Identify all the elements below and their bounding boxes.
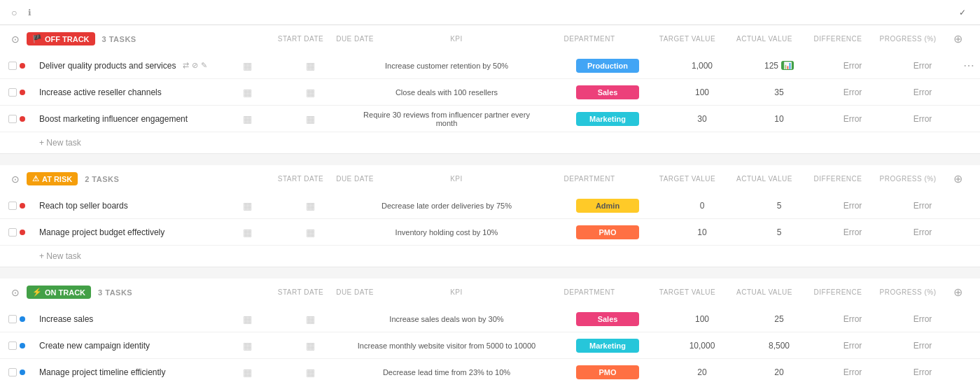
progress-header: PROGRESS (%)	[876, 175, 939, 183]
start-date-cell: ▦	[216, 113, 279, 125]
dept-cell: PMO	[552, 365, 664, 379]
due-date-cell: ▦	[279, 314, 342, 325]
section-badge-off-track: 🏴 OFF TRACK	[27, 32, 95, 45]
kpi-cell: Increase sales deals won by 30%	[342, 312, 552, 326]
row-more-button[interactable]: ⋯	[958, 59, 980, 72]
actual-value-cell: 25	[741, 311, 818, 327]
task-name: Reach top seller boards	[39, 201, 128, 211]
due-date-icon[interactable]: ▦	[306, 200, 315, 211]
difference-cell: Error	[818, 111, 888, 127]
link-icon[interactable]: ⊘	[192, 61, 198, 70]
task-name-cell: Manage project budget effectively	[34, 225, 216, 240]
start-date-icon[interactable]: ▦	[243, 113, 252, 125]
row-select-0-0[interactable]	[0, 62, 34, 70]
badge-label: ON TRACK	[45, 288, 85, 297]
row-checkbox[interactable]	[8, 315, 17, 323]
task-name-cell: Deliver quality products and services ⇄ …	[34, 58, 216, 73]
start-date-icon[interactable]: ▦	[243, 60, 252, 71]
row-checkbox[interactable]	[8, 115, 17, 123]
section-spacer	[0, 267, 980, 279]
actual-value-cell: 5	[741, 198, 818, 213]
task-status-dot	[20, 343, 25, 349]
new-task-row-off-track[interactable]: + New task	[0, 132, 980, 153]
start-date-header: START DATE	[278, 35, 323, 43]
due-date-cell: ▦	[279, 227, 342, 238]
due-date-cell: ▦	[279, 367, 342, 378]
kpi-cell: Increase monthly website visitor from 50…	[342, 339, 552, 353]
actual-header: ACTUAL VALUE	[729, 288, 799, 296]
start-date-icon[interactable]: ▦	[243, 340, 252, 351]
target-value-cell: 1,000	[664, 58, 741, 73]
section-toggle-at-risk[interactable]: ⊙	[11, 174, 20, 185]
kpi-cell: Require 30 reviews from influencer partn…	[342, 108, 552, 130]
row-select-2-0[interactable]	[0, 315, 34, 323]
diff-header: DIFFERENCE	[806, 35, 869, 43]
task-name: Manage project timeline efficiently	[39, 367, 166, 377]
row-select-0-2[interactable]	[0, 115, 34, 123]
actual-value-icon: 📊	[781, 61, 794, 70]
edit-icon[interactable]: ✎	[201, 61, 207, 70]
due-date-cell: ▦	[279, 60, 342, 71]
row-checkbox[interactable]	[8, 228, 17, 237]
due-date-icon[interactable]: ▦	[306, 113, 315, 125]
task-status-dot	[20, 63, 25, 69]
difference-cell: Error	[818, 85, 888, 100]
due-date-icon[interactable]: ▦	[306, 367, 315, 378]
due-date-icon[interactable]: ▦	[306, 60, 315, 71]
start-date-icon[interactable]: ▦	[243, 87, 252, 98]
dept-badge: Marketing	[576, 112, 639, 126]
row-select-2-1[interactable]	[0, 342, 34, 350]
due-date-icon[interactable]: ▦	[306, 87, 315, 98]
due-date-icon[interactable]: ▦	[306, 227, 315, 238]
section-header-on-track: ⊙ ⚡ ON TRACK 3 TASKS START DATE DUE DATE…	[0, 279, 980, 306]
target-header: TARGET VALUE	[652, 288, 722, 296]
due-date-icon[interactable]: ▦	[306, 314, 315, 325]
section-task-count-on-track: 3 TASKS	[98, 288, 132, 297]
actual-value-cell: 5	[741, 225, 818, 240]
kpi-cell: Close deals with 100 resellers	[342, 85, 552, 99]
dept-badge: Sales	[576, 85, 639, 99]
info-icon[interactable]: ℹ	[28, 8, 31, 17]
kpi-cell: Increase customer retention by 50%	[342, 59, 552, 73]
section-header-off-track: ⊙ 🏴 OFF TRACK 3 TASKS START DATE DUE DAT…	[0, 25, 980, 52]
diff-header: DIFFERENCE	[806, 175, 869, 183]
section-toggle-off-track[interactable]: ⊙	[11, 34, 20, 45]
start-date-icon[interactable]: ▦	[243, 314, 252, 325]
row-checkbox[interactable]	[8, 88, 17, 97]
start-date-icon[interactable]: ▦	[243, 227, 252, 238]
dept-cell: Sales	[552, 312, 664, 326]
row-select-0-1[interactable]	[0, 88, 34, 97]
start-date-cell: ▦	[216, 200, 279, 211]
row-select-1-0[interactable]	[0, 202, 34, 210]
section-header-at-risk: ⊙ ⚠ AT RISK 2 TASKS START DATE DUE DATE …	[0, 165, 980, 192]
difference-cell: Error	[818, 311, 888, 327]
row-checkbox[interactable]	[8, 368, 17, 377]
task-name: Increase active reseller channels	[39, 87, 162, 97]
start-date-icon[interactable]: ▦	[243, 367, 252, 378]
add-column-icon[interactable]: ⊕	[946, 286, 969, 299]
row-select-1-1[interactable]	[0, 228, 34, 237]
difference-cell: Error	[818, 58, 888, 73]
start-date-cell: ▦	[216, 87, 279, 98]
table-row: Deliver quality products and services ⇄ …	[0, 52, 980, 79]
new-task-row-at-risk[interactable]: + New task	[0, 246, 980, 267]
convert-icon[interactable]: ⇄	[183, 61, 189, 70]
progress-cell: Error	[888, 338, 958, 353]
add-column-icon[interactable]: ⊕	[946, 32, 969, 45]
due-date-icon[interactable]: ▦	[306, 340, 315, 351]
start-date-cell: ▦	[216, 340, 279, 351]
hide-closed-button[interactable]: ✓	[959, 8, 969, 17]
target-value-cell: 100	[664, 85, 741, 100]
row-checkbox[interactable]	[8, 202, 17, 210]
actual-value-cell: 35	[741, 85, 818, 100]
row-select-2-2[interactable]	[0, 368, 34, 377]
row-checkbox[interactable]	[8, 62, 17, 70]
target-value-cell: 10,000	[664, 338, 741, 353]
due-date-cell: ▦	[279, 87, 342, 98]
back-icon[interactable]: ○	[11, 7, 17, 18]
add-column-icon[interactable]: ⊕	[946, 172, 969, 185]
row-checkbox[interactable]	[8, 342, 17, 350]
start-date-icon[interactable]: ▦	[243, 200, 252, 211]
task-name-cell: Increase sales	[34, 311, 216, 327]
section-toggle-on-track[interactable]: ⊙	[11, 287, 20, 298]
